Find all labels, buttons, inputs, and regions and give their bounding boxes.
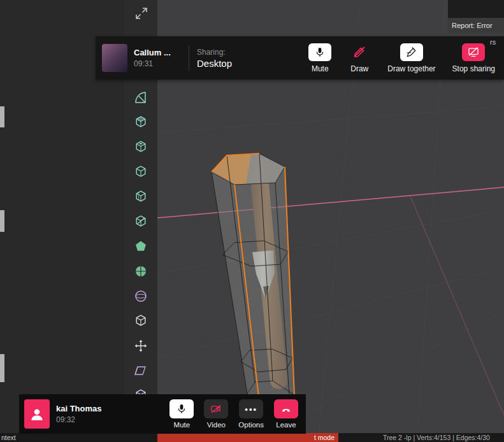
call-leave-label: Leave: [276, 421, 296, 429]
expand-toolbar-button[interactable]: [134, 6, 149, 21]
mic-icon: [308, 43, 331, 61]
call-options-button[interactable]: ••• Options: [238, 399, 264, 429]
draw-label: Draw: [350, 64, 368, 73]
draw-together-label: Draw together: [387, 64, 435, 73]
toolbar-tools: [131, 88, 150, 405]
report-error-text: Report: Error: [448, 18, 504, 33]
poly-build-tool-button[interactable]: [131, 237, 150, 256]
poly-build-tool-icon: [133, 239, 148, 254]
call-video-button[interactable]: Video: [204, 399, 228, 429]
screen-share-bar: Callum ... 09:31 Sharing: Desktop Mute D…: [96, 36, 504, 80]
smooth-tool-button[interactable]: [131, 287, 150, 306]
person-icon: [29, 406, 45, 422]
status-error-bar: t mode: [157, 433, 338, 442]
presenter-name: Callum ...: [134, 48, 187, 57]
blender-status-bar: ntext t mode Tree 2 -lp | Verts:4/153 | …: [0, 433, 504, 442]
call-mute-label: Mute: [174, 421, 191, 429]
inset-faces-tool-icon: [133, 139, 148, 155]
share-bar-actions: Mute Draw Draw together Stop sharing: [308, 43, 495, 73]
status-left-fragment: ntext: [1, 434, 16, 441]
draw-together-button[interactable]: Draw together: [387, 43, 435, 73]
mute-button[interactable]: Mute: [308, 43, 331, 73]
participant-avatar: [24, 399, 50, 429]
draw-together-icon: [400, 43, 423, 61]
shear-tool-button[interactable]: [131, 361, 150, 380]
background-window-fragment: [0, 354, 4, 382]
knife-tool-icon: [133, 214, 148, 229]
stop-sharing-button[interactable]: Stop sharing: [452, 43, 495, 73]
knife-tool-button[interactable]: [131, 212, 150, 231]
clipped-text-fragment: rs: [490, 38, 496, 46]
extrude-tool-button[interactable]: [131, 113, 150, 132]
axis-line-secondary: [410, 195, 504, 415]
participant-call-bar: kai Thomas 09:32 Mute Video ••• Options …: [19, 394, 306, 434]
shear-tool-icon: [133, 363, 148, 378]
call-options-label: Options: [238, 421, 264, 429]
participant-time: 09:32: [56, 415, 102, 424]
spin-tool-button[interactable]: [131, 262, 150, 281]
edge-slide-tool-icon: [133, 313, 148, 329]
call-mute-button[interactable]: Mute: [169, 399, 194, 429]
divider: [189, 45, 189, 71]
participant-name: kai Thomas: [56, 404, 102, 413]
bevel-tool-button[interactable]: [131, 162, 150, 182]
presenter-identity: Callum ... 09:31: [134, 48, 187, 68]
status-error-text: t mode: [314, 434, 335, 441]
bevel-tool-icon: [133, 164, 148, 180]
draw-button[interactable]: Draw: [348, 43, 371, 73]
stop-sharing-label: Stop sharing: [452, 64, 495, 73]
shrink-fatten-tool-icon: [133, 338, 148, 353]
mesh-statistics: Tree 2 -lp | Verts:4/153 | Edges:4/30: [383, 434, 490, 441]
loop-cut-tool-icon: [133, 189, 148, 204]
smooth-tool-icon: [133, 289, 148, 304]
expand-icon: [134, 6, 149, 21]
mute-label: Mute: [312, 64, 329, 73]
presenter-time: 09:31: [134, 59, 187, 68]
spin-tool-icon: [133, 264, 148, 279]
background-window-fragment: [0, 106, 4, 127]
camera-off-icon: [204, 399, 228, 418]
call-video-label: Video: [207, 421, 226, 429]
draw-disabled-icon: [348, 43, 371, 61]
measure-tool-button[interactable]: [131, 88, 150, 107]
loop-cut-tool-button[interactable]: [131, 187, 150, 206]
edge-slide-tool-button[interactable]: [131, 311, 150, 331]
presenter-avatar: [102, 44, 127, 72]
measure-tool-icon: [133, 90, 148, 105]
call-bar-actions: Mute Video ••• Options Leave: [169, 399, 298, 429]
extrude-tool-icon: [133, 115, 148, 130]
sharing-label: Sharing:: [197, 48, 232, 57]
shrink-fatten-tool-button[interactable]: [131, 336, 150, 355]
more-options-icon: •••: [239, 399, 263, 418]
mic-icon: [169, 399, 194, 418]
call-leave-button[interactable]: Leave: [274, 399, 298, 429]
hang-up-icon: [274, 399, 298, 418]
screen-share-off-icon: [462, 43, 485, 61]
background-window-fragment: [0, 210, 4, 232]
x-axis-line: [157, 187, 504, 218]
sharing-value: Desktop: [197, 58, 232, 69]
hexagonal-mesh[interactable]: [212, 153, 294, 408]
sharing-status: Sharing: Desktop: [197, 48, 232, 69]
participant-identity: kai Thomas 09:32: [56, 404, 102, 424]
inset-faces-tool-button[interactable]: [131, 138, 150, 157]
report-error-tooltip: Report: Error: [448, 0, 504, 33]
